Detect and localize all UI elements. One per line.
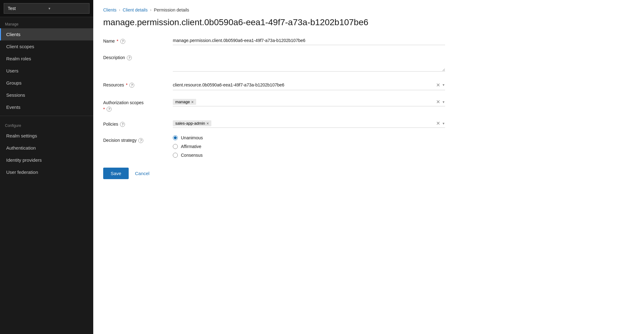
breadcrumb-sep-2: › xyxy=(150,8,151,12)
sidebar-item-client-scopes[interactable]: Client scopes xyxy=(0,40,93,53)
auth-scopes-select-actions: ✕ ▾ xyxy=(435,99,445,105)
policy-tag-remove[interactable]: × xyxy=(206,121,209,126)
auth-scopes-help-icon[interactable]: ? xyxy=(107,107,112,112)
resources-dropdown-button[interactable]: ▾ xyxy=(442,83,445,87)
name-label: Name xyxy=(103,39,115,44)
decision-strategy-control-col: Unanimous Affirmative Consensus xyxy=(173,135,445,158)
policies-label-col: Policies ? xyxy=(103,119,165,127)
sidebar-item-user-federation[interactable]: User federation xyxy=(0,166,93,178)
breadcrumb-current: Permission details xyxy=(154,7,189,12)
sidebar-item-users[interactable]: Users xyxy=(0,65,93,77)
decision-strategy-row: Decision strategy ? Unanimous Affirmativ… xyxy=(103,135,445,158)
sidebar-item-label: Sessions xyxy=(6,92,25,98)
resources-select[interactable]: client.resource.0b0590a6-eea1-49f7-a73a-… xyxy=(173,80,445,90)
resources-label-col: Resources * ? xyxy=(103,80,165,88)
sidebar-divider xyxy=(0,116,93,116)
breadcrumb-clients-link[interactable]: Clients xyxy=(103,7,117,12)
description-label: Description xyxy=(103,55,125,60)
sidebar-item-authentication[interactable]: Authentication xyxy=(0,142,93,154)
decision-strategy-label-col: Decision strategy ? xyxy=(103,135,165,143)
sidebar-item-events[interactable]: Events xyxy=(0,101,93,113)
policies-clear-button[interactable]: ✕ xyxy=(435,120,441,126)
decision-strategy-help-icon[interactable]: ? xyxy=(138,138,143,143)
policies-select-actions: ✕ ▾ xyxy=(435,120,445,126)
resources-select-actions: ✕ ▾ xyxy=(435,82,445,88)
decision-affirmative-radio[interactable] xyxy=(173,144,178,149)
policy-tag: sales-app-admin × xyxy=(173,120,211,126)
description-row: Description ? xyxy=(103,53,445,72)
sidebar-item-label: Users xyxy=(6,68,18,73)
cancel-button[interactable]: Cancel xyxy=(134,168,151,179)
auth-scopes-label-col: Authorization scopes * ? xyxy=(103,98,165,112)
sidebar-item-groups[interactable]: Groups xyxy=(0,77,93,89)
name-row: Name * ? xyxy=(103,36,445,45)
name-label-col: Name * ? xyxy=(103,36,165,44)
auth-scopes-dropdown-button[interactable]: ▾ xyxy=(442,100,445,104)
auth-scopes-required-row: * ? xyxy=(103,106,112,112)
sidebar-item-label: Realm roles xyxy=(6,56,31,61)
description-help-icon[interactable]: ? xyxy=(127,55,132,60)
resources-help-icon[interactable]: ? xyxy=(129,83,134,88)
sidebar-item-label: Groups xyxy=(6,80,21,86)
decision-consensus-label: Consensus xyxy=(181,153,203,158)
realm-name: Test xyxy=(8,6,45,11)
name-help-icon[interactable]: ? xyxy=(120,39,125,44)
decision-consensus-option[interactable]: Consensus xyxy=(173,153,445,158)
auth-scopes-label-row: Authorization scopes xyxy=(103,100,144,105)
sidebar: Test ▼ Manage Clients Client scopes Real… xyxy=(0,0,93,334)
resources-value: client.resource.0b0590a6-eea1-49f7-a73a-… xyxy=(173,81,434,89)
sidebar-top: Test ▼ xyxy=(0,0,93,17)
policies-dropdown-button[interactable]: ▾ xyxy=(442,121,445,126)
policies-row: Policies ? sales-app-admin × ✕ ▾ xyxy=(103,119,445,128)
sidebar-item-label: Client scopes xyxy=(6,44,34,49)
auth-scopes-label: Authorization scopes xyxy=(103,100,144,105)
sidebar-item-realm-roles[interactable]: Realm roles xyxy=(0,53,93,65)
auth-scopes-clear-button[interactable]: ✕ xyxy=(435,99,441,105)
policies-control-col: sales-app-admin × ✕ ▾ xyxy=(173,119,445,128)
decision-unanimous-option[interactable]: Unanimous xyxy=(173,135,445,140)
resources-row: Resources * ? client.resource.0b0590a6-e… xyxy=(103,80,445,90)
description-label-col: Description ? xyxy=(103,53,165,60)
auth-scope-tag-remove[interactable]: × xyxy=(191,100,194,104)
sidebar-item-realm-settings[interactable]: Realm settings xyxy=(0,130,93,142)
decision-consensus-radio[interactable] xyxy=(173,153,178,158)
auth-scope-tag-label: manage xyxy=(175,100,190,104)
policies-select[interactable]: sales-app-admin × ✕ ▾ xyxy=(173,119,445,128)
action-buttons: Save Cancel xyxy=(103,168,445,179)
auth-scopes-required: * xyxy=(103,107,105,112)
sidebar-item-sessions[interactable]: Sessions xyxy=(0,89,93,101)
decision-affirmative-label: Affirmative xyxy=(181,144,201,149)
configure-section-label: Configure xyxy=(0,118,93,130)
breadcrumb: Clients › Client details › Permission de… xyxy=(103,7,634,12)
resources-clear-button[interactable]: ✕ xyxy=(435,82,441,88)
decision-affirmative-option[interactable]: Affirmative xyxy=(173,144,445,149)
policies-tags: sales-app-admin × xyxy=(173,120,434,126)
sidebar-item-clients[interactable]: Clients xyxy=(0,28,93,40)
sidebar-item-identity-providers[interactable]: Identity providers xyxy=(0,154,93,166)
auth-scopes-tags: manage × xyxy=(173,99,434,105)
auth-scopes-select[interactable]: manage × ✕ ▾ xyxy=(173,98,445,106)
policy-tag-label: sales-app-admin xyxy=(175,121,205,126)
save-button[interactable]: Save xyxy=(103,168,129,179)
description-input[interactable] xyxy=(173,53,445,72)
decision-strategy-radio-group: Unanimous Affirmative Consensus xyxy=(173,135,445,158)
manage-section-label: Manage xyxy=(0,17,93,28)
resources-label: Resources xyxy=(103,82,124,87)
permission-form: Name * ? Description ? Resources * ? xyxy=(103,36,445,179)
policies-help-icon[interactable]: ? xyxy=(120,122,125,127)
auth-scopes-row: Authorization scopes * ? manage × xyxy=(103,98,445,112)
sidebar-item-label: Events xyxy=(6,104,21,110)
sidebar-item-label: User federation xyxy=(6,169,38,175)
description-control-col xyxy=(173,53,445,72)
sidebar-item-label: Identity providers xyxy=(6,157,42,163)
decision-unanimous-radio[interactable] xyxy=(173,135,178,140)
breadcrumb-sep-1: › xyxy=(119,8,120,12)
name-input[interactable] xyxy=(173,36,445,45)
page-title: manage.permission.client.0b0590a6-eea1-4… xyxy=(103,17,634,27)
breadcrumb-client-details-link[interactable]: Client details xyxy=(123,7,148,12)
decision-strategy-label: Decision strategy xyxy=(103,138,136,143)
realm-selector[interactable]: Test ▼ xyxy=(4,3,90,14)
name-control-col xyxy=(173,36,445,45)
policies-label: Policies xyxy=(103,122,118,127)
sidebar-item-label: Clients xyxy=(6,32,21,37)
